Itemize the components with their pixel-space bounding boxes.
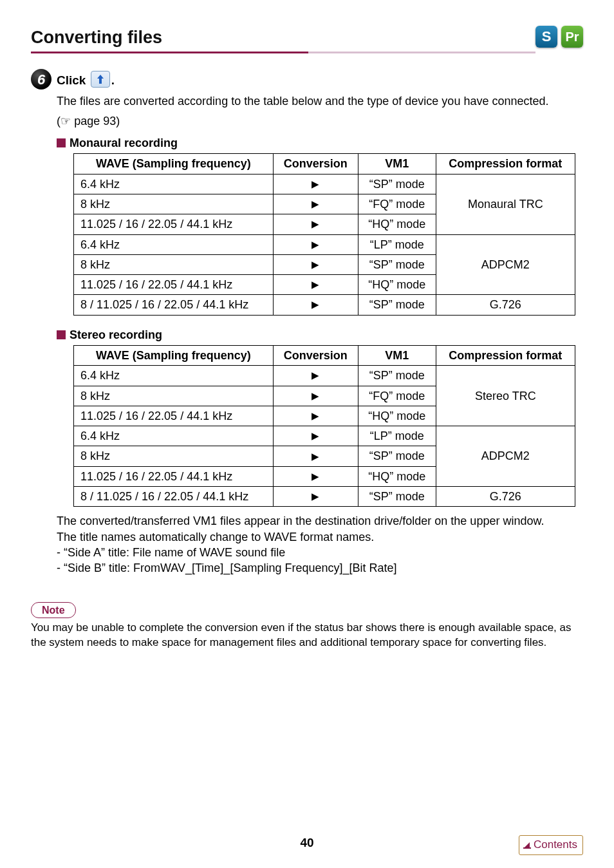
stereo-heading: Stereo recording	[57, 327, 583, 343]
cell-freq: 8 kHz	[74, 254, 274, 274]
cell-freq: 11.025 / 16 / 22.05 / 44.1 kHz	[74, 466, 274, 486]
arrow-icon: ▶	[273, 366, 358, 386]
step-prefix: Click	[57, 73, 89, 87]
step-suffix: .	[111, 73, 115, 87]
stereo-heading-text: Stereo recording	[70, 327, 162, 343]
post-b2: - “Side B” title: FromWAV_[Time]_[Sampli…	[57, 560, 583, 576]
post-p1: The converted/transferred VM1 files appe…	[57, 513, 583, 529]
table-row: 8 / 11.025 / 16 / 22.05 / 44.1 kHz ▶ “SP…	[74, 487, 575, 507]
step-number-badge: 6	[31, 69, 51, 90]
cell-vm1: “SP” mode	[358, 254, 436, 274]
intro-ref: (☞ page 93)	[57, 113, 583, 129]
underline-icon	[523, 847, 531, 849]
arrow-icon: ▶	[273, 466, 358, 486]
arrow-icon: ▶	[273, 446, 358, 466]
cell-freq: 6.4 kHz	[74, 366, 274, 386]
note-text: You may be unable to complete the conver…	[31, 621, 583, 650]
cell-freq: 8 / 11.025 / 16 / 22.05 / 44.1 kHz	[74, 295, 274, 315]
table-row: 6.4 kHz ▶ “LP” mode ADPCM2	[74, 426, 575, 446]
cell-vm1: “FQ” mode	[358, 194, 436, 214]
post-b1: - “Side A” title: File name of WAVE soun…	[57, 545, 583, 560]
cell-format: Monaural TRC	[436, 174, 575, 234]
step-instruction: Click .	[57, 71, 115, 89]
cell-vm1: “HQ” mode	[358, 275, 436, 295]
cell-vm1: “LP” mode	[358, 426, 436, 446]
page-title: Converting files	[31, 26, 535, 49]
note-label: Note	[31, 602, 76, 619]
cell-freq: 11.025 / 16 / 22.05 / 44.1 kHz	[74, 406, 274, 426]
cell-vm1: “HQ” mode	[358, 406, 436, 426]
monaural-table: WAVE (Sampling frequency) Conversion VM1…	[73, 153, 575, 315]
arrow-icon: ▶	[273, 406, 358, 426]
table-row: 6.4 kHz ▶ “SP” mode Monaural TRC	[74, 174, 575, 194]
pointer-icon: ☞	[60, 114, 71, 127]
cell-freq: 8 / 11.025 / 16 / 22.05 / 44.1 kHz	[74, 487, 274, 507]
cell-freq: 6.4 kHz	[74, 234, 274, 254]
contents-label: Contents	[534, 838, 577, 853]
cell-vm1: “SP” mode	[358, 174, 436, 194]
cell-vm1: “HQ” mode	[358, 214, 436, 234]
cell-freq: 8 kHz	[74, 446, 274, 466]
monaural-heading-text: Monaural recording	[70, 135, 178, 151]
col-wave: WAVE (Sampling frequency)	[74, 154, 274, 174]
cell-vm1: “LP” mode	[358, 234, 436, 254]
monaural-heading: Monaural recording	[57, 135, 583, 151]
arrow-icon: ▶	[273, 214, 358, 234]
post-p2: The title names automatically change to …	[57, 529, 583, 545]
col-vm1: VM1	[358, 346, 436, 366]
square-bullet-icon	[57, 138, 66, 147]
arrow-icon: ▶	[273, 254, 358, 274]
cell-freq: 8 kHz	[74, 386, 274, 406]
table-row: 8 / 11.025 / 16 / 22.05 / 44.1 kHz ▶ “SP…	[74, 295, 575, 315]
cell-vm1: “SP” mode	[358, 366, 436, 386]
cell-freq: 6.4 kHz	[74, 174, 274, 194]
ref-page: page 93)	[71, 115, 120, 127]
cell-freq: 6.4 kHz	[74, 426, 274, 446]
col-vm1: VM1	[358, 154, 436, 174]
cell-vm1: “HQ” mode	[358, 466, 436, 486]
stereo-table: WAVE (Sampling frequency) Conversion VM1…	[73, 345, 575, 507]
table-row: 6.4 kHz ▶ “LP” mode ADPCM2	[74, 234, 575, 254]
cell-format: Stereo TRC	[436, 366, 575, 426]
contents-button[interactable]: Contents	[519, 835, 583, 855]
col-wave: WAVE (Sampling frequency)	[74, 346, 274, 366]
title-rule	[31, 52, 535, 53]
cell-vm1: “SP” mode	[358, 446, 436, 466]
col-conversion: Conversion	[273, 346, 358, 366]
cell-freq: 8 kHz	[74, 194, 274, 214]
col-compression: Compression format	[436, 154, 575, 174]
arrow-icon: ▶	[273, 275, 358, 295]
arrow-icon: ▶	[273, 487, 358, 507]
cell-vm1: “FQ” mode	[358, 386, 436, 406]
cell-freq: 11.025 / 16 / 22.05 / 44.1 kHz	[74, 275, 274, 295]
upload-button-icon	[91, 71, 110, 88]
cell-format: G.726	[436, 487, 575, 507]
table-row: 6.4 kHz ▶ “SP” mode Stereo TRC	[74, 366, 575, 386]
arrow-icon: ▶	[273, 174, 358, 194]
badge-s-icon: S	[535, 26, 557, 48]
cell-format: ADPCM2	[436, 426, 575, 487]
arrow-icon: ▶	[273, 386, 358, 406]
arrow-icon: ▶	[273, 234, 358, 254]
cell-vm1: “SP” mode	[358, 487, 436, 507]
cell-vm1: “SP” mode	[358, 295, 436, 315]
badge-pr-icon: Pr	[561, 26, 583, 48]
cell-format: G.726	[436, 295, 575, 315]
cell-format: ADPCM2	[436, 234, 575, 295]
square-bullet-icon	[57, 330, 66, 339]
intro-line-1: The files are converted according to the…	[57, 93, 583, 109]
cell-freq: 11.025 / 16 / 22.05 / 44.1 kHz	[74, 214, 274, 234]
arrow-icon: ▶	[273, 426, 358, 446]
col-compression: Compression format	[436, 346, 575, 366]
arrow-icon: ▶	[273, 295, 358, 315]
arrow-icon: ▶	[273, 194, 358, 214]
col-conversion: Conversion	[273, 154, 358, 174]
